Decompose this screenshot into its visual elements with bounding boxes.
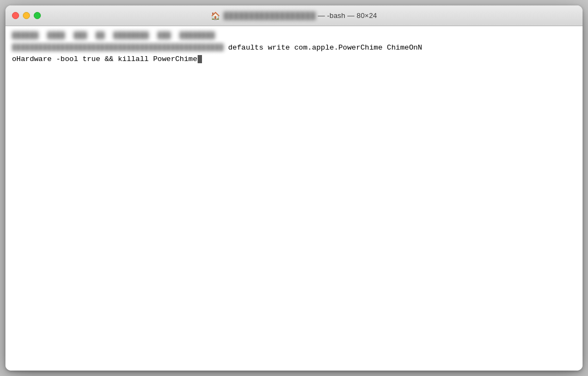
command-text-1: defaults write com.apple.PowerChime Chim… [224,44,422,52]
blurred-history-line: ██████ ████ ███ ██ ████████ ███ ████████ [12,31,576,41]
terminal-cursor [198,55,202,63]
command-line-2: oHardware -bool true && killall PowerChi… [12,54,576,65]
traffic-lights [12,12,41,19]
title-separator: — -bash — 80×24 [318,11,377,20]
title-content: 🏠 ██████████████████ — -bash — 80×24 [211,11,377,20]
command-line-1: ████████████████████████████████████████… [12,43,576,53]
blurred-path-title: ██████████████████ [223,11,315,20]
terminal-content: ██████ ████ ███ ██ ████████ ███ ████████… [12,31,576,65]
maximize-button[interactable] [34,12,41,19]
blurred-prefix: ████████████████████████████████████████… [12,44,224,52]
titlebar: 🏠 ██████████████████ — -bash — 80×24 [5,5,583,26]
terminal-body[interactable]: ██████ ████ ███ ██ ████████ ███ ████████… [5,26,583,371]
close-button[interactable] [12,12,19,19]
terminal-window: 🏠 ██████████████████ — -bash — 80×24 ███… [5,5,583,371]
command-text-2: oHardware -bool true && killall PowerChi… [12,55,197,63]
window-title: ██████████████████ — -bash — 80×24 [223,11,377,20]
home-icon: 🏠 [211,11,220,20]
minimize-button[interactable] [23,12,30,19]
